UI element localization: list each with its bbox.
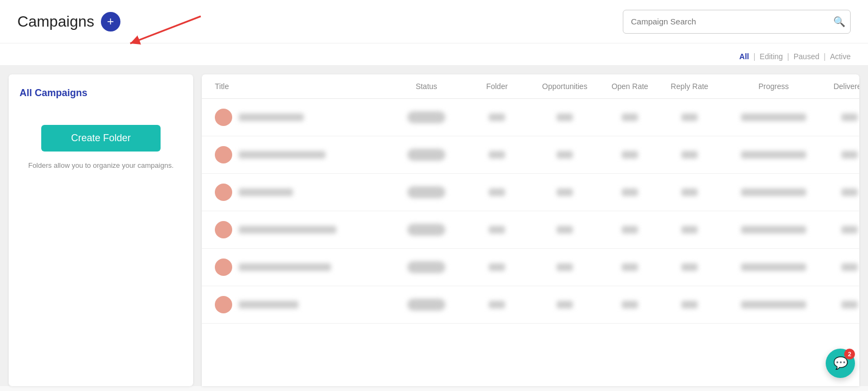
avatar	[215, 221, 232, 238]
col-title: Title	[215, 82, 388, 91]
filter-editing[interactable]: Editing	[760, 52, 783, 61]
progress-cell	[719, 113, 828, 121]
reply-cell	[660, 113, 719, 121]
delivered-cell	[828, 188, 859, 196]
chat-badge: 2	[844, 349, 855, 360]
opp-cell	[529, 188, 600, 196]
opp-cell	[529, 113, 600, 121]
folder-cell	[464, 301, 529, 308]
header-left: Campaigns +	[17, 12, 120, 31]
delivered-cell	[828, 113, 859, 121]
folder-cell	[464, 151, 529, 159]
opp-cell	[529, 226, 600, 234]
table-row[interactable]	[202, 174, 859, 211]
folder-cell	[464, 113, 529, 121]
delivered-cell	[828, 226, 859, 234]
folder-cell	[464, 226, 529, 234]
divider-1: |	[754, 52, 756, 61]
add-campaign-button[interactable]: +	[101, 12, 120, 31]
title-text	[239, 113, 304, 121]
search-icon: 🔍	[833, 16, 845, 27]
search-button[interactable]: 🔍	[833, 16, 845, 28]
col-reply-rate: Reply Rate	[660, 82, 719, 91]
divider-3: |	[824, 52, 826, 61]
open-cell	[600, 113, 660, 121]
progress-cell	[719, 226, 828, 234]
open-cell	[600, 151, 660, 159]
table-row[interactable]	[202, 249, 859, 286]
title-text	[239, 188, 293, 196]
table-row[interactable]	[202, 99, 859, 136]
progress-cell	[719, 263, 828, 271]
reply-cell	[660, 263, 719, 271]
open-cell	[600, 226, 660, 234]
table-row[interactable]	[202, 211, 859, 249]
title-text	[239, 301, 298, 308]
search-wrapper: 🔍	[623, 10, 851, 34]
sidebar-title: All Campaigns	[20, 87, 182, 99]
folder-cell	[464, 263, 529, 271]
avatar	[215, 146, 232, 163]
avatar	[215, 184, 232, 201]
title-text	[239, 263, 331, 271]
page-title: Campaigns	[17, 13, 94, 30]
delivered-cell	[828, 151, 859, 159]
main-content: All Campaigns Create Folder Folders allo…	[0, 66, 868, 386]
filter-paused[interactable]: Paused	[794, 52, 819, 61]
header: Campaigns + 🔍	[0, 0, 868, 43]
progress-cell	[719, 301, 828, 308]
open-cell	[600, 301, 660, 308]
status-cell	[388, 186, 464, 198]
delivered-cell	[828, 301, 859, 308]
col-open-rate: Open Rate	[600, 82, 660, 91]
reply-cell	[660, 188, 719, 196]
progress-cell	[719, 151, 828, 159]
row-title-cell	[215, 296, 388, 313]
title-text	[239, 226, 336, 234]
avatar	[215, 296, 232, 313]
table-header: Title Status Folder Opportunities Open R…	[202, 74, 859, 99]
row-title-cell	[215, 221, 388, 238]
status-cell	[388, 261, 464, 273]
row-title-cell	[215, 184, 388, 201]
row-title-cell	[215, 109, 388, 126]
open-cell	[600, 188, 660, 196]
folder-cell	[464, 188, 529, 196]
row-title-cell	[215, 146, 388, 163]
plus-icon: +	[107, 16, 114, 28]
progress-cell	[719, 188, 828, 196]
sidebar: All Campaigns Create Folder Folders allo…	[9, 74, 193, 386]
table-row[interactable]	[202, 136, 859, 174]
avatar	[215, 258, 232, 276]
reply-cell	[660, 301, 719, 308]
title-text	[239, 151, 326, 159]
header-right: 🔍	[623, 10, 851, 34]
filter-active[interactable]: Active	[830, 52, 851, 61]
row-title-cell	[215, 258, 388, 276]
filter-all[interactable]: All	[739, 52, 749, 61]
opp-cell	[529, 301, 600, 308]
status-cell	[388, 224, 464, 236]
delivered-cell	[828, 263, 859, 271]
opp-cell	[529, 263, 600, 271]
status-cell	[388, 149, 464, 161]
open-cell	[600, 263, 660, 271]
avatar	[215, 109, 232, 126]
chat-widget[interactable]: 💬 2	[826, 349, 855, 378]
col-status: Status	[388, 82, 464, 91]
filter-row: All | Editing | Paused | Active	[0, 43, 868, 66]
col-folder: Folder	[464, 82, 529, 91]
campaign-list: Title Status Folder Opportunities Open R…	[202, 74, 859, 386]
reply-cell	[660, 151, 719, 159]
create-folder-button[interactable]: Create Folder	[41, 125, 161, 152]
status-cell	[388, 299, 464, 311]
divider-2: |	[787, 52, 789, 61]
col-delivered: Delivered	[828, 82, 859, 91]
reply-cell	[660, 226, 719, 234]
campaign-search-input[interactable]	[623, 10, 851, 34]
status-cell	[388, 111, 464, 123]
table-row[interactable]	[202, 286, 859, 324]
chat-icon: 💬	[833, 356, 848, 370]
folder-description: Folders allow you to organize your campa…	[20, 160, 182, 171]
opp-cell	[529, 151, 600, 159]
